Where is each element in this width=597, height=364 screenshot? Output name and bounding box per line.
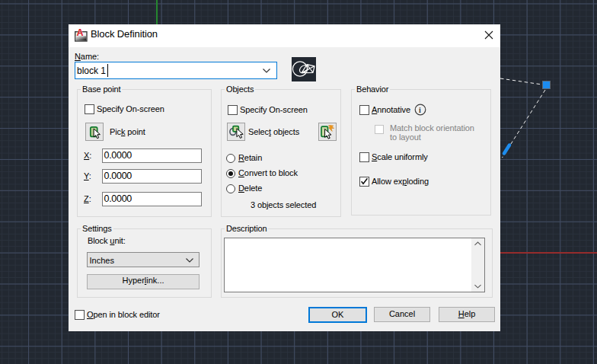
- svg-text:i: i: [419, 106, 421, 114]
- svg-text:A: A: [77, 28, 84, 38]
